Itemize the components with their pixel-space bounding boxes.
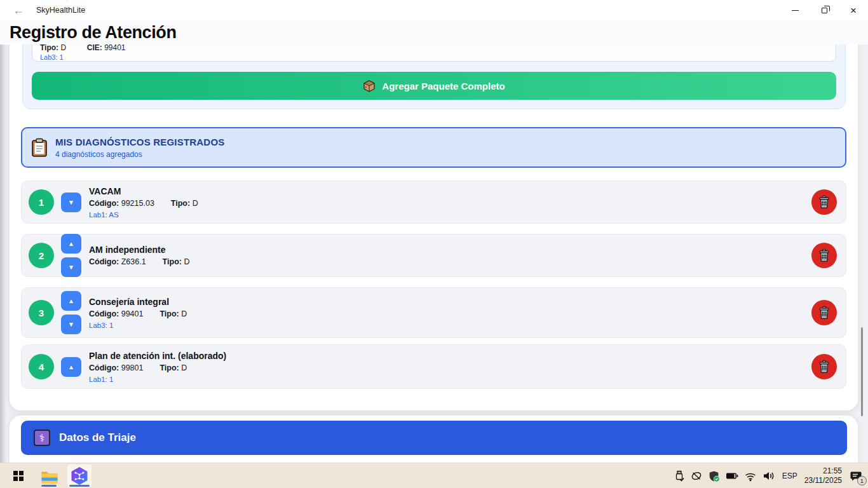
move-down-button[interactable]: ▼ (61, 193, 81, 212)
diagnosis-meta: Código: 99801Tipo: D (89, 363, 811, 372)
clock[interactable]: 21:55 23/11/2025 (804, 466, 842, 485)
language-indicator[interactable]: ESP (781, 471, 799, 480)
codigo-value: 99801 (119, 363, 143, 372)
wifi-icon[interactable] (744, 471, 757, 482)
move-down-button[interactable]: ▼ (61, 315, 81, 334)
order-badge: 2 (29, 243, 54, 268)
add-full-package-button[interactable]: Agregar Paquete Completo (32, 72, 836, 100)
security-shield-icon[interactable] (708, 470, 720, 482)
app-running-indicator (69, 485, 90, 487)
move-up-button[interactable]: ▲ (61, 234, 81, 254)
add-full-package-label: Agregar Paquete Completo (382, 81, 505, 92)
diagnosis-row: 1▼VACAMCódigo: 99215.03Tipo: DLab1: AS (21, 180, 846, 224)
move-up-button[interactable]: ▲ (61, 357, 81, 377)
minimize-button[interactable] (780, 0, 810, 20)
diagnosis-meta: Código: Z636.1Tipo: D (89, 257, 811, 266)
app-window: ← SkyHealthLite × Registro de Atención T… (0, 0, 868, 488)
tipo-label: Tipo: (40, 44, 58, 52)
diagnosis-name: Consejería integral (89, 297, 811, 307)
diagnostics-header-card: MIS DIAGNÓSTICOS REGISTRADOS 4 diagnósti… (21, 127, 846, 168)
diagnostics-header-text: MIS DIAGNÓSTICOS REGISTRADOS 4 diagnósti… (55, 137, 224, 159)
diagnosis-lab: Lab3: 1 (89, 322, 811, 329)
datos-triaje-label: Datos de Triaje (59, 431, 136, 444)
close-button[interactable]: × (839, 0, 868, 20)
arrow-left-icon: ← (13, 4, 24, 17)
diagnosis-text: Plan de atención int. (elaborado)Código:… (89, 351, 811, 383)
system-tray: ESP 21:55 23/11/2025 1 (674, 463, 864, 488)
trash-icon (818, 195, 831, 209)
delete-diagnosis-button[interactable] (811, 189, 837, 215)
reorder-controls: ▲▼ (61, 291, 81, 334)
diagnosis-row: 4▲Plan de atención int. (elaborado)Códig… (21, 344, 846, 389)
tipo-value: D (60, 44, 66, 52)
page-heading-bar: Registro de Atención (0, 20, 868, 44)
mouse-disabled-icon[interactable] (691, 470, 702, 482)
tipo-value: D (179, 309, 187, 318)
tipo-value: D (190, 199, 198, 208)
windows-logo-icon (13, 471, 24, 482)
title-bar: ← SkyHealthLite × (0, 0, 868, 20)
file-explorer-button[interactable] (37, 464, 61, 487)
clipboard-icon (31, 138, 48, 157)
clock-time: 21:55 (804, 466, 842, 476)
diagnosis-text: Consejería integralCódigo: 99401Tipo: DL… (89, 297, 811, 329)
app-hexagon-icon (70, 466, 89, 485)
diagnosis-row: 2▲▼AM independienteCódigo: Z636.1Tipo: D (21, 234, 846, 277)
trash-icon (818, 360, 831, 374)
diagnosis-name: AM independiente (89, 245, 811, 255)
package-item-partial: Tipo: D CIE: 99401 Lab3: 1 (32, 44, 836, 62)
notification-badge: 1 (857, 476, 867, 485)
diagnosis-meta: Código: 99215.03Tipo: D (89, 199, 811, 208)
tipo-value: D (182, 257, 190, 266)
notification-center-button[interactable]: 1 (848, 468, 864, 484)
package-icon (363, 79, 376, 92)
move-up-button[interactable]: ▲ (61, 291, 81, 311)
window-controls: × (780, 0, 868, 20)
restore-icon (822, 8, 827, 13)
codigo-label: Código: (89, 309, 119, 318)
diagnostics-header-subtitle: 4 diagnósticos agregados (55, 150, 224, 159)
reorder-controls: ▼ (61, 193, 81, 212)
battery-icon[interactable] (726, 472, 738, 480)
reorder-controls: ▲ (61, 357, 81, 377)
folder-icon (41, 469, 58, 484)
speaker-icon[interactable] (763, 471, 775, 481)
scrollbar-thumb[interactable] (861, 327, 863, 416)
diagnosis-text: VACAMCódigo: 99215.03Tipo: DLab1: AS (89, 186, 811, 219)
minimize-icon (792, 10, 799, 11)
usb-device-icon[interactable] (674, 470, 685, 482)
order-badge: 4 (29, 354, 54, 379)
tipo-label: Tipo: (171, 199, 190, 208)
restore-button[interactable] (810, 0, 839, 20)
delete-diagnosis-button[interactable] (811, 243, 837, 268)
diagnosis-name: Plan de atención int. (elaborado) (89, 351, 811, 361)
diagnostics-header-title: MIS DIAGNÓSTICOS REGISTRADOS (55, 137, 224, 147)
codigo-label: Código: (89, 257, 119, 266)
tipo-label: Tipo: (159, 363, 179, 372)
explorer-running-indicator (41, 485, 57, 487)
delete-diagnosis-button[interactable] (811, 300, 837, 325)
taskbar: ESP 21:55 23/11/2025 1 (0, 463, 868, 488)
taskbar-left (6, 463, 92, 488)
cie-label: CIE: (87, 44, 102, 52)
datos-triaje-button[interactable]: ⚕ Datos de Triaje (21, 421, 847, 455)
start-button[interactable] (6, 464, 31, 487)
tipo-label: Tipo: (159, 309, 179, 318)
trash-icon (818, 248, 831, 262)
medical-symbol-icon: ⚕ (34, 430, 50, 446)
close-icon: × (850, 5, 857, 16)
codigo-label: Código: (89, 199, 119, 208)
diagnosis-text: AM independienteCódigo: Z636.1Tipo: D (89, 245, 811, 266)
cie-value: 99401 (104, 44, 125, 52)
back-button[interactable]: ← (9, 0, 28, 20)
diagnosis-lab: Lab1: 1 (89, 376, 811, 383)
reorder-controls: ▲▼ (61, 234, 81, 277)
move-down-button[interactable]: ▼ (61, 257, 81, 277)
codigo-value: 99215.03 (119, 199, 154, 208)
order-badge: 3 (29, 300, 54, 325)
delete-diagnosis-button[interactable] (811, 354, 837, 379)
order-badge: 1 (29, 189, 54, 215)
skyhealthlite-app-button[interactable] (67, 464, 92, 487)
diagnosis-lab: Lab1: AS (89, 211, 811, 219)
codigo-value: 99401 (119, 309, 143, 318)
